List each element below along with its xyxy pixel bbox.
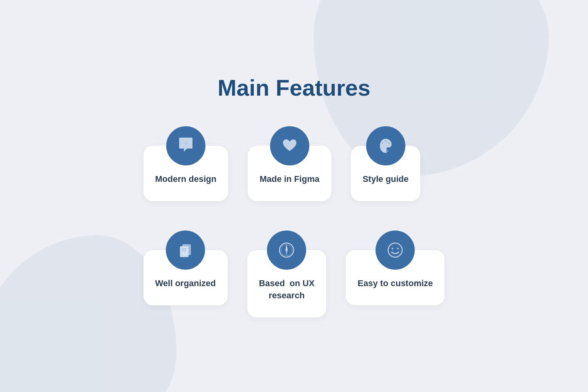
sparkle-icon	[176, 136, 196, 156]
feature-card-made-in-figma: Made in Figma	[248, 124, 331, 201]
feature-card-based-on-ux: Based on UXresearch	[247, 229, 327, 318]
based-on-ux-label: Based on UXresearch	[259, 278, 315, 302]
features-row-2: Well organized Based on UXresearch	[143, 229, 445, 318]
feature-card-style-guide: Style guide	[351, 124, 420, 201]
easy-to-customize-label: Easy to customize	[358, 278, 433, 290]
features-grid: Modern design Made in Figma	[143, 124, 445, 317]
made-in-figma-icon-circle	[270, 126, 309, 165]
well-organized-label: Well organized	[155, 278, 216, 290]
svg-point-15	[397, 248, 399, 249]
page-title: Main Features	[218, 74, 370, 101]
layers-icon	[176, 240, 195, 260]
easy-to-customize-icon-circle	[376, 230, 415, 270]
well-organized-icon-circle	[166, 230, 205, 270]
heart-icon	[280, 136, 299, 156]
svg-point-2	[388, 142, 390, 144]
modern-design-label: Modern design	[155, 173, 216, 185]
style-guide-label: Style guide	[363, 173, 408, 185]
style-guide-icon-circle	[366, 126, 405, 165]
svg-point-13	[388, 243, 402, 257]
svg-rect-5	[180, 246, 189, 257]
palette-icon	[376, 136, 396, 156]
svg-point-14	[392, 248, 393, 249]
svg-point-1	[385, 140, 387, 142]
made-in-figma-label: Made in Figma	[260, 173, 319, 185]
features-row-1: Modern design Made in Figma	[143, 124, 445, 201]
feature-card-modern-design: Modern design	[143, 124, 228, 201]
modern-design-icon-circle	[166, 126, 205, 165]
feature-card-easy-to-customize: Easy to customize	[346, 229, 445, 318]
compass-icon	[277, 240, 296, 260]
svg-point-3	[386, 150, 388, 152]
svg-point-0	[381, 142, 383, 144]
based-on-ux-icon-circle	[267, 230, 306, 270]
svg-point-12	[286, 249, 288, 251]
smiley-icon	[385, 240, 405, 260]
feature-card-well-organized: Well organized	[143, 229, 228, 318]
